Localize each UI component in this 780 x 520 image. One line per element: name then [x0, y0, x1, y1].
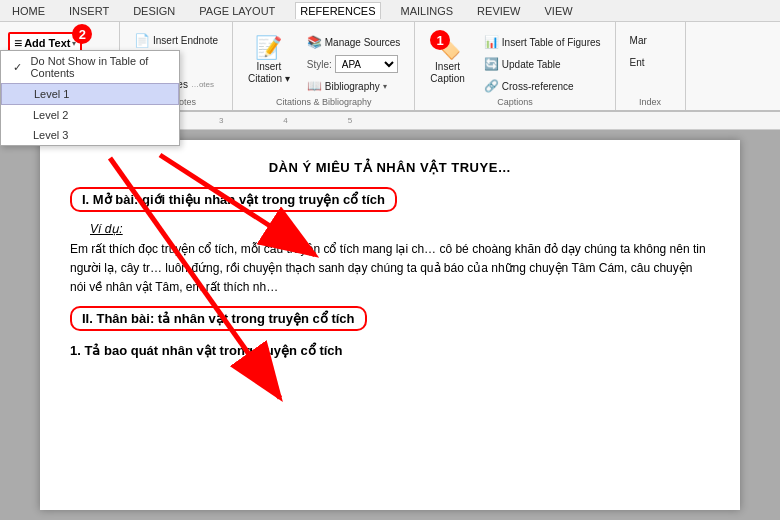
menu-review[interactable]: REVIEW: [473, 3, 524, 19]
doc-subtext: Ví dụ:: [90, 222, 710, 236]
document-page: DÀN Ý MIÊU TẢ NHÂN VẬT TRUYE… I. Mở bài:…: [40, 140, 740, 510]
bibliography-button[interactable]: 📖 Bibliography ▾: [301, 76, 407, 96]
doc-heading3: 1. Tả bao quát nhân vật trong truyện cổ …: [70, 343, 710, 358]
cross-ref-icon: 🔗: [484, 79, 499, 93]
dropdown-item-level2[interactable]: Level 2: [1, 105, 179, 125]
doc-body: Em rất thích đọc truyện cổ tích, mỗi câu…: [70, 240, 710, 298]
update-table-button[interactable]: 🔄 Update Table: [478, 54, 607, 74]
insert-table-of-figures-button[interactable]: 📊 Insert Table of Figures: [478, 32, 607, 52]
mark-entry-button[interactable]: Mar: [624, 30, 653, 50]
menu-view[interactable]: VIEW: [541, 3, 577, 19]
doc-heading2: II. Thân bài: tả nhân vật trong truyện c…: [70, 306, 367, 331]
menu-references[interactable]: REFERENCES: [295, 2, 380, 19]
badge-1: 1: [430, 30, 450, 50]
badge-2: 2: [72, 24, 92, 44]
toc-dropdown: ✓ Do Not Show in Table of Contents Level…: [0, 50, 180, 146]
ribbon-group-toc: ≡ Add Text ▾ 2 ✓ Do Not Show in Table of…: [0, 22, 120, 110]
ribbon: ≡ Add Text ▾ 2 ✓ Do Not Show in Table of…: [0, 22, 780, 112]
menu-home[interactable]: HOME: [8, 3, 49, 19]
dropdown-item-level3[interactable]: Level 3: [1, 125, 179, 145]
dropdown-item-do-not-show[interactable]: ✓ Do Not Show in Table of Contents: [1, 51, 179, 83]
ribbon-group-index: Mar Ent Index: [616, 22, 686, 110]
entry-button[interactable]: Ent: [624, 52, 653, 72]
insert-endnote-icon: 📄: [134, 33, 150, 48]
manage-sources-button[interactable]: 📚 Manage Sources: [301, 32, 407, 52]
citations-group-label: Citations & Bibliography: [233, 97, 414, 107]
manage-sources-icon: 📚: [307, 35, 322, 49]
captions-group-label: Captions: [415, 97, 614, 107]
menu-page-layout[interactable]: PAGE LAYOUT: [195, 3, 279, 19]
add-text-label: Add Text: [24, 37, 70, 49]
ribbon-group-citations: 📝 Insert Citation ▾ 📚 Manage Sources Sty…: [233, 22, 415, 110]
menu-mailings[interactable]: MAILINGS: [397, 3, 458, 19]
add-text-icon: ≡: [14, 35, 22, 51]
index-group-label: Index: [616, 97, 685, 107]
update-table-icon: 🔄: [484, 57, 499, 71]
menu-bar: HOME INSERT DESIGN PAGE LAYOUT REFERENCE…: [0, 0, 780, 22]
menu-design[interactable]: DESIGN: [129, 3, 179, 19]
style-dropdown[interactable]: APA MLA Chicago: [335, 55, 398, 73]
menu-insert[interactable]: INSERT: [65, 3, 113, 19]
insert-citation-icon: 📝: [255, 35, 282, 61]
cross-reference-button[interactable]: 🔗 Cross-reference: [478, 76, 607, 96]
table-figures-icon: 📊: [484, 35, 499, 49]
dropdown-item-level1[interactable]: Level 1: [1, 83, 179, 105]
insert-citation-button[interactable]: 📝 Insert Citation ▾: [241, 30, 297, 90]
document-area: DÀN Ý MIÊU TẢ NHÂN VẬT TRUYE… I. Mở bài:…: [0, 130, 780, 520]
bibliography-icon: 📖: [307, 79, 322, 93]
doc-heading1: I. Mở bài: giới thiệu nhân vật trong tru…: [70, 187, 397, 212]
style-select-row: Style: APA MLA Chicago: [301, 54, 407, 74]
insert-endnote-button[interactable]: 📄 Insert Endnote: [128, 30, 224, 50]
doc-title: DÀN Ý MIÊU TẢ NHÂN VẬT TRUYE…: [70, 160, 710, 175]
